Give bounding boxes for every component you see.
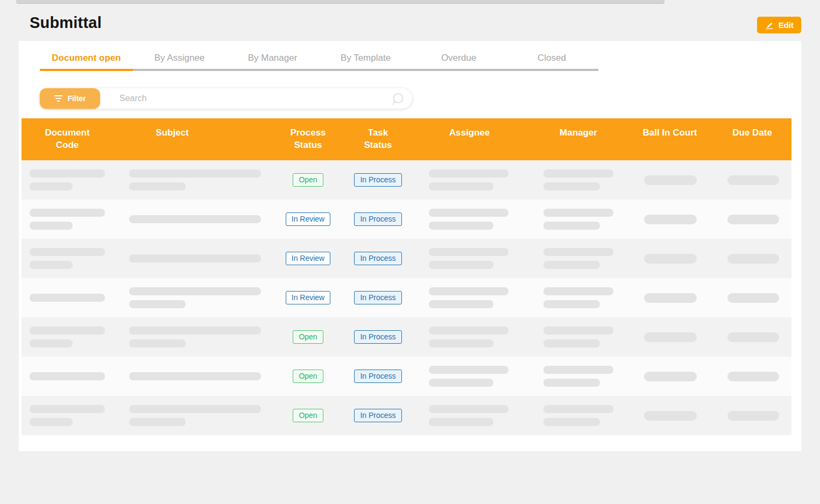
- cell-task-status: In Process: [347, 200, 409, 239]
- skeleton-bar: [727, 254, 779, 264]
- skeleton-bar: [543, 418, 600, 426]
- cell-manager: [530, 396, 627, 435]
- column-header-assignee: Assignee: [409, 126, 530, 160]
- skeleton-bar: [543, 326, 613, 335]
- cell-due-date: [713, 239, 791, 278]
- filter-button[interactable]: Filter: [40, 88, 100, 109]
- skeleton-bar: [429, 405, 508, 413]
- table-row[interactable]: In ReviewIn Process: [22, 200, 791, 239]
- cell-process-status: In Review: [269, 278, 347, 317]
- cell-process-status: Open: [269, 357, 347, 396]
- tab-by-assignee[interactable]: By Assignee: [133, 49, 226, 69]
- column-header-ball-in-court: Ball In Court: [627, 126, 713, 160]
- skeleton-bar: [129, 169, 261, 178]
- cell-assignee: [409, 357, 530, 396]
- cell-ball-in-court: [627, 200, 713, 239]
- skeleton-bar: [429, 379, 493, 387]
- skeleton-bar: [129, 339, 186, 347]
- tab-by-template[interactable]: By Template: [319, 49, 412, 69]
- cell-subject: [113, 396, 269, 435]
- filter-button-label: Filter: [67, 94, 86, 103]
- skeleton-bar: [644, 411, 697, 421]
- tab-document-open[interactable]: Document open: [40, 49, 133, 69]
- cell-process-status: Open: [269, 160, 347, 200]
- skeleton-bar: [429, 169, 508, 178]
- cell-due-date: [713, 357, 791, 396]
- edit-button[interactable]: Edit: [757, 17, 801, 33]
- cell-process-status: In Review: [269, 200, 347, 239]
- skeleton-bar: [543, 182, 600, 190]
- cell-manager: [530, 160, 627, 200]
- skeleton-bar: [727, 293, 779, 303]
- cell-task-status: In Process: [347, 396, 409, 435]
- skeleton-bar: [429, 182, 493, 190]
- cell-document-code: [22, 239, 113, 278]
- skeleton-bar: [429, 326, 508, 335]
- task-status-badge: In Process: [354, 370, 401, 383]
- skeleton-bar: [644, 175, 697, 185]
- skeleton-bar: [30, 405, 105, 413]
- search-input[interactable]: Filter Search: [40, 88, 412, 109]
- cell-subject: [113, 160, 269, 200]
- skeleton-bar: [30, 339, 73, 347]
- cell-ball-in-court: [627, 357, 713, 396]
- skeleton-bar: [543, 300, 600, 308]
- tab-closed[interactable]: Closed: [505, 49, 598, 69]
- skeleton-bar: [543, 366, 613, 374]
- cell-subject: [113, 278, 269, 317]
- toolbar: Filter Search: [40, 88, 801, 109]
- cell-assignee: [409, 317, 530, 357]
- table-row[interactable]: OpenIn Process: [22, 317, 791, 357]
- skeleton-bar: [30, 294, 105, 302]
- cell-subject: [113, 200, 269, 239]
- tab-overdue[interactable]: Overdue: [412, 49, 505, 69]
- skeleton-bar: [727, 215, 779, 224]
- process-status-badge: In Review: [286, 212, 330, 226]
- skeleton-bar: [543, 169, 613, 178]
- skeleton-bar: [129, 405, 261, 413]
- process-status-badge: In Review: [286, 291, 330, 304]
- cell-ball-in-court: [627, 160, 713, 200]
- skeleton-bar: [727, 372, 779, 381]
- skeleton-bar: [644, 332, 697, 342]
- tab-bar: Document openBy AssigneeBy ManagerBy Tem…: [40, 41, 598, 71]
- search-icon[interactable]: [391, 92, 405, 106]
- cell-document-code: [22, 357, 113, 396]
- cell-due-date: [713, 200, 791, 239]
- table-row[interactable]: In ReviewIn Process: [22, 239, 791, 278]
- skeleton-bar: [129, 418, 186, 426]
- process-status-badge: Open: [293, 330, 323, 344]
- top-scrollbar[interactable]: [16, 0, 665, 4]
- column-header-due-date: Due Date: [713, 126, 791, 160]
- skeleton-bar: [543, 339, 600, 347]
- edit-button-label: Edit: [779, 20, 794, 30]
- cell-process-status: Open: [269, 317, 347, 357]
- skeleton-bar: [30, 169, 105, 178]
- cell-task-status: In Process: [347, 317, 409, 357]
- cell-manager: [530, 357, 627, 396]
- submittal-table: DocumentCodeSubjectProcessStatusTaskStat…: [22, 118, 791, 435]
- skeleton-bar: [30, 372, 105, 380]
- table-row[interactable]: OpenIn Process: [22, 357, 791, 396]
- task-status-badge: In Process: [354, 409, 401, 422]
- table-row[interactable]: OpenIn Process: [22, 396, 791, 435]
- skeleton-bar: [129, 326, 261, 335]
- skeleton-bar: [543, 222, 600, 230]
- skeleton-bar: [129, 300, 186, 308]
- skeleton-bar: [30, 326, 105, 335]
- cell-document-code: [22, 278, 113, 317]
- cell-document-code: [22, 396, 113, 435]
- cell-ball-in-court: [627, 317, 713, 357]
- tab-by-manager[interactable]: By Manager: [226, 49, 319, 69]
- skeleton-bar: [129, 254, 261, 262]
- skeleton-bar: [543, 209, 613, 217]
- skeleton-bar: [429, 287, 508, 295]
- table-row[interactable]: In ReviewIn Process: [22, 278, 791, 317]
- skeleton-bar: [30, 209, 105, 217]
- skeleton-bar: [543, 287, 613, 295]
- skeleton-bar: [30, 418, 73, 426]
- table-row[interactable]: OpenIn Process: [22, 160, 791, 200]
- cell-document-code: [22, 317, 113, 357]
- content-card: Document openBy AssigneeBy ManagerBy Tem…: [19, 41, 801, 451]
- task-status-badge: In Process: [354, 291, 401, 304]
